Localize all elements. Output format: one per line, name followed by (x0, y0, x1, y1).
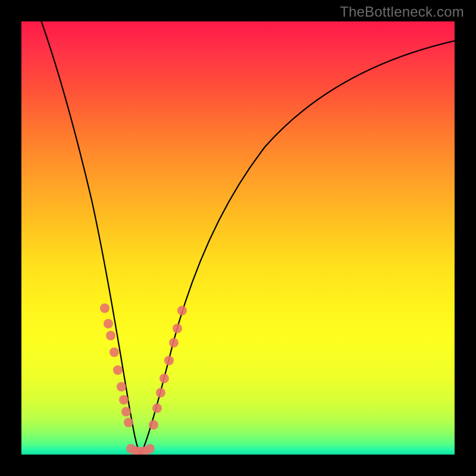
marker-dot (149, 420, 158, 430)
marker-dot (106, 331, 115, 340)
marker-dot (152, 403, 162, 413)
marker-dot (124, 418, 133, 427)
marker-dot (159, 374, 169, 383)
chart-frame: TheBottleneck.com (0, 0, 476, 476)
bottleneck-curve (39, 21, 455, 453)
marker-dot (119, 395, 129, 405)
marker-dot (104, 319, 113, 328)
marker-dot (100, 303, 109, 313)
marker-dot (117, 382, 126, 392)
attribution-text: TheBottleneck.com (340, 4, 464, 20)
marker-dot (169, 338, 178, 347)
marker-group (100, 303, 187, 455)
marker-dot (113, 365, 123, 375)
marker-dot (164, 356, 174, 365)
curve-overlay (21, 21, 455, 455)
plot-area (21, 21, 455, 455)
marker-dot (145, 444, 155, 453)
marker-dot (173, 324, 182, 333)
marker-dot (109, 347, 119, 357)
marker-dot (177, 306, 187, 315)
marker-dot (121, 407, 131, 416)
marker-dot (156, 388, 165, 397)
